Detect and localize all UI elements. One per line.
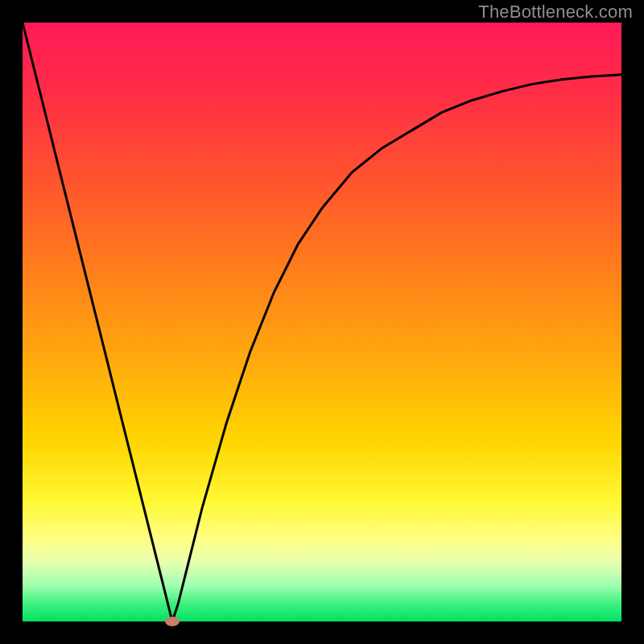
watermark-text: TheBottleneck.com xyxy=(478,2,633,23)
bottleneck-chart xyxy=(0,0,644,644)
chart-frame: { "watermark": "TheBottleneck.com", "col… xyxy=(0,0,644,644)
optimal-point-marker xyxy=(165,617,180,626)
plot-background xyxy=(23,23,621,621)
